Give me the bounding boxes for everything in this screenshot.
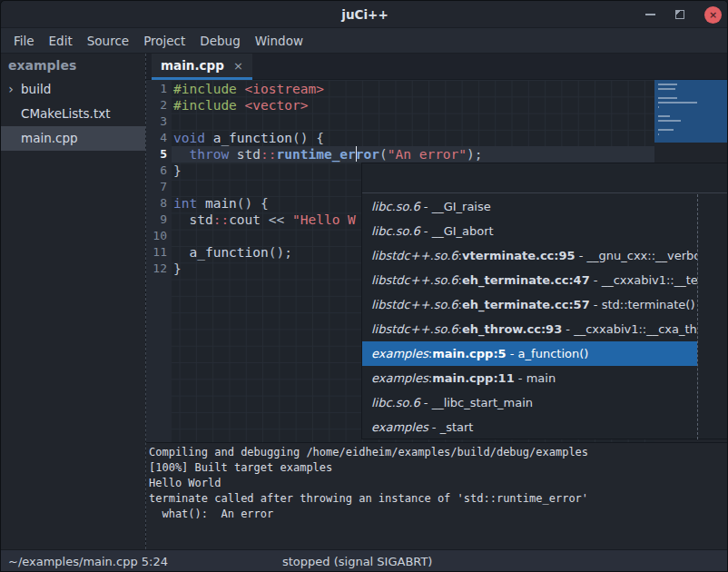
window-title: juCi++: [1, 1, 728, 28]
stack-frame-library: libc.so.6: [371, 396, 420, 409]
menu-item-source[interactable]: Source: [87, 34, 129, 48]
line-number: 8: [146, 195, 172, 212]
code-line[interactable]: void a_function() {: [172, 130, 654, 146]
stack-frame-library: libstdc++.so.6: [371, 298, 458, 311]
terminal-output[interactable]: Compiling and debugging /home/eidheim/ex…: [146, 442, 728, 549]
tree-item-label: build: [18, 77, 51, 102]
terminal-line: Hello World: [149, 476, 728, 491]
stack-frame-file-line: eh_terminate.cc:57: [462, 298, 590, 311]
menu-item-window[interactable]: Window: [255, 34, 303, 48]
tab-close-icon[interactable]: ×: [233, 59, 243, 73]
text-cursor: [356, 146, 357, 162]
token-def: std: [237, 147, 261, 162]
token-kw: int: [173, 196, 205, 211]
stack-frame-row[interactable]: libstdc++.so.6:eh_throw.cc:93 - __cxxabi…: [362, 317, 697, 341]
minimap-code-line: [658, 120, 681, 122]
token-pun: [173, 212, 189, 227]
line-number: 10: [146, 228, 172, 244]
close-icon[interactable]: ×: [704, 6, 722, 24]
stack-frame-row[interactable]: libstdc++.so.6:vterminate.cc:95 - __gnu_…: [362, 243, 697, 268]
minimap-code-line: [658, 84, 677, 85]
token-pun: }: [173, 163, 182, 178]
token-inc: <vector>: [245, 98, 309, 113]
tabbar: main.cpp ×: [146, 54, 728, 80]
stack-frame-row[interactable]: libstdc++.so.6:eh_terminate.cc:47 - __cx…: [362, 268, 697, 292]
stack-frame-library: examples: [371, 371, 428, 385]
stack-frame-row[interactable]: libstdc++.so.6:eh_terminate.cc:57 - std:…: [362, 292, 697, 317]
stack-frame-row[interactable]: libc.so.6 - __libc_start_main: [362, 390, 697, 415]
minimap-code-line: [658, 129, 674, 131]
minimap-viewport[interactable]: [654, 80, 728, 143]
token-pun: ();: [269, 245, 292, 260]
stack-trace-popup-header: [362, 163, 728, 193]
cursor-location-status: ~/examples/main.cpp 5:24: [8, 550, 168, 572]
minimap-code-line: [658, 115, 670, 117]
token-type: runtime_error: [277, 147, 380, 162]
menu-item-debug[interactable]: Debug: [200, 34, 240, 48]
line-number: 6: [146, 163, 172, 179]
stack-frame-library: libc.so.6: [371, 200, 420, 213]
token-kw: throw: [189, 147, 236, 162]
stack-frame-row[interactable]: examples - _start: [362, 415, 697, 439]
token-pun: <<: [261, 212, 292, 227]
minimap-code-line: [658, 97, 677, 99]
terminal-line: terminate called after throwing an insta…: [149, 491, 728, 507]
stack-frame-library: examples: [371, 420, 428, 434]
stack-frame-row[interactable]: libc.so.6 - __GI_abort: [362, 219, 697, 243]
line-number: 12: [146, 261, 172, 277]
stack-frame-library: libstdc++.so.6: [371, 273, 458, 287]
stack-frame-library: libstdc++.so.6: [371, 322, 458, 336]
token-pun: () {: [237, 196, 269, 211]
terminal-line: Compiling and debugging /home/eidheim/ex…: [149, 445, 728, 460]
minimap-code-line: [658, 88, 675, 90]
line-number: 9: [146, 212, 172, 228]
stack-frame-file-line: eh_throw.cc:93: [462, 322, 562, 336]
file-tree-sidebar: examples ›buildCMakeLists.txtmain.cpp: [1, 54, 146, 549]
token-fn: a_function: [213, 131, 292, 145]
file-tree: ›buildCMakeLists.txtmain.cpp: [1, 77, 145, 151]
debug-status: stopped (signal SIGABRT): [282, 550, 432, 572]
line-number: 11: [146, 244, 172, 261]
chevron-right-icon: ›: [4, 77, 18, 102]
token-pun: () {: [292, 131, 324, 145]
menu-item-project[interactable]: Project: [143, 34, 185, 48]
stack-frame-library: libstdc++.so.6: [371, 249, 458, 262]
code-line[interactable]: [172, 113, 654, 130]
stack-frame-row[interactable]: examples:main.cpp:11 - main: [362, 366, 697, 390]
line-number: 3: [146, 113, 172, 130]
tree-item-label: CMakeLists.txt: [18, 102, 111, 126]
token-str: "An error": [388, 147, 467, 162]
token-def: std: [189, 212, 212, 227]
line-number: 7: [146, 179, 172, 195]
tab-main-cpp[interactable]: main.cpp ×: [152, 54, 252, 80]
code-line[interactable]: #include <iostream>: [172, 81, 654, 97]
sidebar-item-main-cpp[interactable]: main.cpp: [1, 126, 145, 151]
menu-item-file[interactable]: File: [14, 34, 34, 48]
token-op: ::: [261, 147, 276, 162]
menu-item-edit[interactable]: Edit: [49, 34, 73, 48]
token-pp: #include: [173, 98, 245, 113]
code-line[interactable]: #include <vector>: [172, 97, 654, 113]
token-fn: a_function: [189, 245, 268, 260]
minimize-icon[interactable]: [645, 14, 655, 15]
token-inc: <iostream>: [245, 82, 324, 96]
token-fn: main: [205, 196, 237, 211]
terminal-line: what(): An error: [149, 507, 728, 522]
sidebar-item-build[interactable]: ›build: [1, 77, 145, 102]
stack-frame-row[interactable]: examples:main.cpp:5 - a_function(): [362, 341, 697, 366]
minimap-code-line: [658, 106, 659, 108]
line-number: 2: [146, 97, 172, 113]
minimap-code-line: [658, 133, 659, 135]
code-line[interactable]: throw std::runtime_error("An error");: [172, 146, 654, 163]
statusbar: ~/examples/main.cpp 5:24 stopped (signal…: [1, 549, 728, 572]
project-name-header: examples: [1, 54, 145, 77]
window-controls: ×: [645, 1, 722, 28]
token-kw: void: [173, 131, 213, 145]
stack-frame-row[interactable]: libc.so.6 - __GI_raise: [362, 194, 697, 219]
stack-trace-list: libc.so.6 - __GI_raiselibc.so.6 - __GI_a…: [362, 194, 698, 439]
restore-icon[interactable]: [675, 10, 684, 19]
token-pun: [173, 245, 189, 260]
terminal-line: [100%] Built target examples: [149, 460, 728, 476]
sidebar-item-cmakelists-txt[interactable]: CMakeLists.txt: [1, 102, 145, 126]
line-number: 5: [146, 146, 172, 163]
